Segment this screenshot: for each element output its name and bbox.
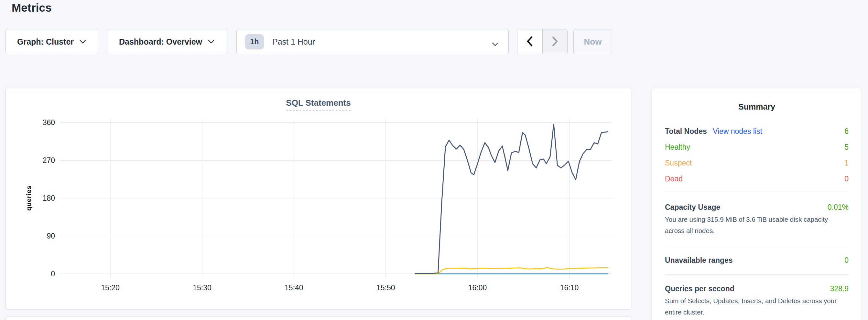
divider — [665, 246, 848, 246]
now-button[interactable]: Now — [574, 29, 612, 54]
summary-section-capacity: Capacity Usage 0.01% You are using 315.9… — [665, 203, 848, 236]
svg-text:16:10: 16:10 — [560, 284, 579, 292]
svg-text:90: 90 — [46, 232, 55, 240]
total-nodes-value: 6 — [844, 127, 848, 136]
sql-statements-card: SQL Statements queries 09018027036015:20… — [5, 88, 631, 309]
time-pager — [517, 29, 567, 54]
queries-per-second-label: Queries per second — [665, 284, 735, 293]
time-back-button[interactable] — [518, 29, 542, 54]
capacity-usage-description: You are using 315.9 MiB of 3.6 TiB usabl… — [665, 214, 848, 236]
svg-text:15:20: 15:20 — [101, 284, 120, 292]
graph-dropdown-label: Graph: Cluster — [17, 37, 74, 46]
summary-row-total-nodes: Total Nodes View nodes list 6 — [665, 127, 848, 136]
dead-label: Dead — [665, 174, 683, 183]
unavailable-ranges-label: Unavailable ranges — [665, 256, 733, 265]
summary-row-suspect: Suspect 1 — [665, 159, 848, 167]
svg-text:180: 180 — [43, 194, 55, 202]
summary-section-unavailable-ranges: Unavailable ranges 0 — [665, 256, 848, 265]
page-title: Metrics — [12, 1, 52, 14]
graph-dropdown[interactable]: Graph: Cluster — [5, 29, 98, 54]
queries-per-second-description: Sum of Selects, Updates, Inserts, and De… — [665, 295, 848, 318]
healthy-value: 5 — [844, 143, 848, 152]
svg-text:16:00: 16:00 — [468, 284, 487, 292]
queries-per-second-value: 328.9 — [830, 284, 848, 293]
chevron-right-icon — [551, 36, 559, 48]
svg-text:15:50: 15:50 — [376, 284, 395, 292]
svg-text:360: 360 — [43, 118, 55, 127]
svg-text:15:40: 15:40 — [285, 284, 303, 292]
time-range-label: Past 1 Hour — [272, 37, 315, 46]
suspect-value: 1 — [844, 159, 848, 167]
chevron-down-icon — [207, 39, 215, 44]
chevron-down-icon — [492, 39, 499, 49]
summary-title: Summary — [665, 102, 848, 111]
next-chart-card — [5, 316, 631, 320]
time-forward-button[interactable] — [542, 29, 567, 54]
svg-text:0: 0 — [51, 269, 55, 278]
time-range-picker[interactable]: 1h Past 1 Hour — [237, 29, 509, 54]
summary-row-healthy: Healthy 5 — [665, 143, 848, 152]
svg-text:15:30: 15:30 — [193, 284, 212, 292]
svg-text:270: 270 — [43, 156, 55, 164]
chevron-left-icon — [526, 36, 534, 48]
total-nodes-label: Total Nodes — [665, 127, 707, 136]
view-nodes-list-link[interactable]: View nodes list — [713, 127, 762, 136]
divider — [665, 193, 848, 193]
capacity-usage-label: Capacity Usage — [665, 203, 720, 212]
chevron-down-icon — [79, 39, 87, 44]
divider — [665, 275, 848, 275]
time-range-badge: 1h — [245, 34, 264, 50]
healthy-label: Healthy — [665, 143, 690, 152]
summary-panel: Summary Total Nodes View nodes list 6 He… — [652, 88, 862, 320]
dashboard-dropdown-label: Dashboard: Overview — [119, 37, 202, 46]
capacity-usage-value: 0.01% — [828, 203, 848, 212]
summary-row-dead: Dead 0 — [665, 174, 848, 183]
sql-statements-chart: 09018027036015:2015:3015:4015:5016:0016:… — [6, 88, 631, 310]
summary-section-qps: Queries per second 328.9 Sum of Selects,… — [665, 284, 848, 318]
suspect-label: Suspect — [665, 159, 692, 167]
dead-value: 0 — [844, 174, 848, 183]
dashboard-dropdown[interactable]: Dashboard: Overview — [107, 29, 227, 54]
unavailable-ranges-value: 0 — [844, 256, 848, 265]
